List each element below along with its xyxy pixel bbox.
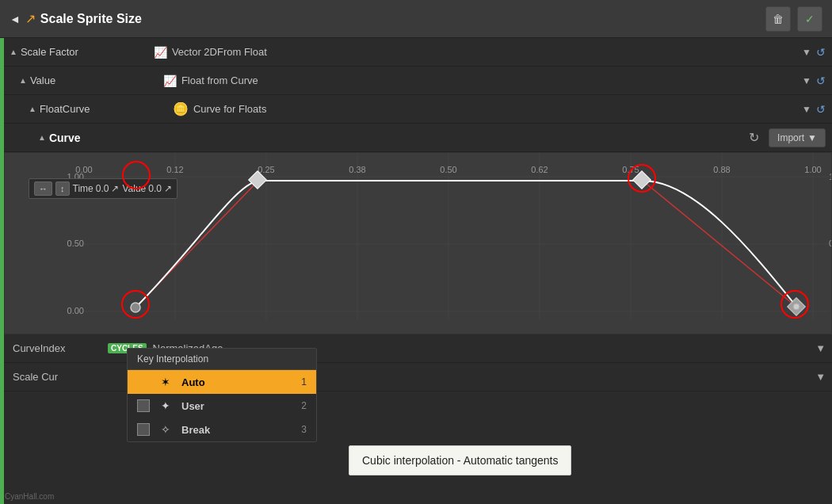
value-value-curve: 0.0	[148, 183, 162, 194]
value-expand-icon[interactable]: ↗	[164, 183, 172, 194]
break-label: Break	[181, 424, 293, 436]
tooltip-text: Cubic interpolation - Automatic tangents	[362, 454, 558, 467]
svg-text:0.12: 0.12	[166, 165, 183, 174]
svg-text:0.25: 0.25	[258, 165, 274, 174]
watermark: CyanHall.com	[5, 492, 54, 501]
curve-toolbar: ↔ ↕ Time 0.0 ↗ Value 0.0 ↗	[29, 178, 177, 199]
scale-factor-reset-btn[interactable]: ↺	[816, 46, 826, 59]
menu-item-user[interactable]: ✦ User 2	[128, 394, 316, 418]
svg-text:0.38: 0.38	[349, 165, 365, 174]
floatcurve-label: FloatCurve	[40, 103, 166, 115]
menu-item-auto[interactable]: ✶ Auto 1	[128, 370, 316, 394]
auto-checkbox	[137, 376, 150, 388]
confirm-button[interactable]: ✓	[797, 6, 822, 32]
collapse-arrow-scale-factor[interactable]: ▲	[10, 48, 17, 56]
scale-factor-value-text: Vector 2DFrom Float	[172, 46, 267, 58]
svg-text:0.50: 0.50	[440, 165, 456, 174]
delete-button[interactable]: 🗑	[765, 6, 791, 32]
svg-point-28	[131, 303, 140, 312]
key-interpolation-menu: Key Interpolation ✶ Auto 1 ✦ User 2 ✧ Br…	[127, 348, 317, 442]
value-row: ▲ Value 📈 Float from Curve ▼ ↺	[0, 67, 832, 95]
break-checkbox	[137, 423, 150, 436]
scale-factor-label: Scale Factor	[21, 46, 147, 58]
context-menu-title: Key Interpolation	[128, 349, 316, 370]
floatcurve-dropdown-arrow[interactable]: ▼	[802, 104, 811, 115]
time-input-group: Time 0.0 ↗	[73, 183, 120, 194]
value-label-curve: Value	[122, 183, 146, 194]
curve-index-label: CurveIndex	[13, 342, 108, 354]
scale-cur-row: Scale Cur ▼	[0, 363, 832, 391]
user-number: 2	[301, 400, 307, 411]
tooltip-box: Cubic interpolation - Automatic tangents	[349, 445, 571, 475]
fit-vertical-button[interactable]: ↕	[55, 181, 70, 196]
scale-factor-right: ▼ ↺	[802, 46, 832, 59]
auto-label: Auto	[181, 376, 293, 388]
user-label: User	[181, 400, 293, 412]
user-icon: ✦	[158, 399, 174, 412]
time-value: 0.0	[96, 183, 109, 194]
collapse-arrow-floatcurve[interactable]: ▲	[29, 105, 36, 113]
value-label: Value	[30, 74, 157, 86]
scale-cur-dropdown[interactable]: ▼	[815, 371, 832, 383]
header-title: Scale Sprite Size	[40, 12, 765, 26]
curve-index-row: CurveIndex CYCLES NormalizedAge ▼	[0, 334, 832, 363]
user-checkbox	[137, 399, 150, 412]
auto-number: 1	[301, 376, 307, 388]
value-value-area: 📈 Float from Curve	[157, 74, 802, 87]
svg-text:1.00: 1.00	[804, 165, 821, 174]
scale-factor-value-area: 📈 Vector 2DFrom Float	[147, 46, 802, 59]
collapse-arrow-value[interactable]: ▲	[19, 76, 27, 85]
rotate-icon: ↻	[749, 130, 759, 145]
vector2d-icon: 📈	[154, 46, 167, 59]
import-label: Import	[777, 132, 804, 143]
menu-item-break[interactable]: ✧ Break 3	[128, 418, 316, 441]
svg-text:0.75: 0.75	[622, 165, 639, 174]
svg-text:0.62: 0.62	[531, 165, 548, 174]
fit-horizontal-button[interactable]: ↔	[34, 181, 52, 196]
curve-index-dropdown[interactable]: ▼	[815, 342, 832, 354]
auto-icon: ✶	[158, 376, 174, 388]
value-value-text: Float from Curve	[181, 74, 258, 86]
curve-floats-icon: 🪙	[173, 101, 189, 116]
header: ◄ ↗ Scale Sprite Size 🗑 ✓	[0, 0, 832, 38]
break-number: 3	[301, 424, 307, 435]
svg-text:0.50: 0.50	[829, 239, 832, 248]
value-right: ▼ ↺	[802, 74, 832, 87]
curve-header-row: ▲ Curve ↻ Import ▼	[0, 124, 832, 152]
svg-text:1.00: 1.00	[829, 172, 832, 181]
floatcurve-row: ▲ FloatCurve 🪙 Curve for Floats ▼ ↺	[0, 95, 832, 124]
header-icon: ↗	[25, 11, 36, 26]
time-label: Time	[73, 183, 94, 194]
floatcurve-value-text: Curve for Floats	[193, 103, 266, 115]
svg-text:0.50: 0.50	[67, 239, 84, 248]
import-button[interactable]: Import ▼	[769, 128, 826, 147]
floatcurve-right: ▼ ↺	[802, 103, 832, 116]
value-reset-btn[interactable]: ↺	[816, 74, 826, 87]
break-icon: ✧	[158, 423, 174, 436]
collapse-arrow-curve[interactable]: ▲	[38, 133, 46, 142]
collapse-arrow[interactable]: ◄	[10, 13, 21, 25]
svg-text:0.00: 0.00	[67, 306, 84, 315]
curve-label: Curve	[49, 132, 749, 144]
header-actions: 🗑 ✓	[765, 6, 822, 32]
import-dropdown-arrow[interactable]: ▼	[807, 132, 817, 143]
curve-editor[interactable]: 0.00 0.12 0.25 0.38 0.50 0.62 0.75 0.88 …	[4, 152, 832, 334]
floatcurve-value-area: 🪙 Curve for Floats	[166, 101, 802, 116]
scale-factor-row: ▲ Scale Factor 📈 Vector 2DFrom Float ▼ ↺	[0, 38, 832, 67]
svg-text:0.88: 0.88	[713, 165, 730, 174]
value-dropdown-arrow[interactable]: ▼	[802, 75, 811, 86]
value-input-group: Value 0.0 ↗	[122, 183, 172, 194]
floatcurve-reset-btn[interactable]: ↺	[816, 103, 826, 116]
float-curve-icon: 📈	[163, 74, 177, 87]
scale-factor-dropdown-arrow[interactable]: ▼	[802, 47, 811, 58]
time-expand-icon[interactable]: ↗	[111, 183, 119, 194]
svg-point-32	[793, 304, 800, 310]
